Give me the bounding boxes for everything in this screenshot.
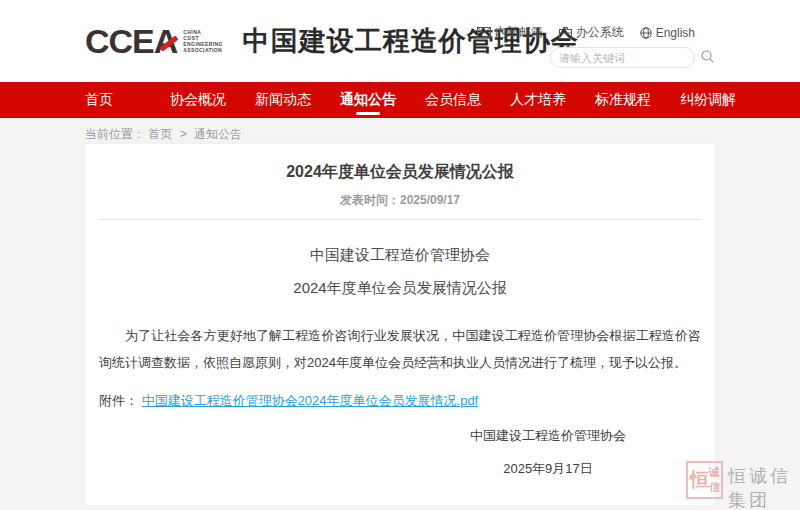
ccea-logo-text: CCEA (85, 21, 177, 61)
nav-item-members[interactable]: 会员信息 (425, 82, 510, 118)
article-card: 2024年度单位会员发展情况公报 发表时间：2025/09/17 中国建设工程造… (85, 144, 715, 505)
article-title: 2024年度单位会员发展情况公报 (85, 162, 715, 183)
search-input[interactable] (559, 52, 701, 64)
attachment-row: 附件： 中国建设工程造价管理协会2024年度单位会员发展情况.pdf (99, 392, 701, 410)
watermark-name: 恒诚信集团 (728, 464, 800, 510)
logo-subtitle: CHINA COST ENGINEERING ASSOCIATION (183, 29, 222, 53)
breadcrumb: 当前位置： 首页 > 通知公告 (0, 118, 800, 144)
briefcase-icon (559, 27, 572, 39)
article-body-org-line: 中国建设工程造价管理协会 (85, 246, 715, 265)
nav-item-training[interactable]: 人才培养 (510, 82, 595, 118)
hengchengxin-seal-logo: 恒 诚 信 (686, 461, 723, 499)
office-system-link[interactable]: 办公系统 (559, 24, 624, 41)
globe-icon (640, 27, 652, 39)
article-publish-date: 发表时间：2025/09/17 (85, 192, 715, 209)
nav-item-home[interactable]: 首页 (85, 82, 170, 118)
signature-org: 中国建设工程造价管理协会 (428, 427, 668, 445)
attachment-pdf-link[interactable]: 中国建设工程造价管理协会2024年度单位会员发展情况.pdf (142, 393, 479, 408)
nav-item-mediation[interactable]: 纠纷调解 (680, 82, 765, 118)
article-body-title-line: 2024年度单位会员发展情况公报 (85, 279, 715, 298)
search-box[interactable] (550, 47, 695, 68)
active-tab-underline (356, 112, 380, 115)
search-icon[interactable] (701, 49, 714, 67)
breadcrumb-label: 当前位置： (85, 127, 145, 141)
main-nav: 首页 协会概况 新闻动态 通知公告 会员信息 人才培养 标准规程 纠纷调解 (0, 82, 800, 118)
signature-block: 中国建设工程造价管理协会 2025年9月17日 (428, 427, 668, 478)
nav-item-news[interactable]: 新闻动态 (255, 82, 340, 118)
nav-item-standards[interactable]: 标准规程 (595, 82, 680, 118)
hengchengxin-watermark: 恒 诚 信 恒诚信集团 Hengchengxin Group (686, 461, 800, 510)
article-paragraph: 为了让社会各方更好地了解工程造价咨询行业发展状况，中国建设工程造价管理协会根据工… (99, 322, 701, 376)
english-link[interactable]: English (640, 24, 695, 41)
title-divider (98, 219, 702, 220)
signature-date: 2025年9月17日 (428, 460, 668, 478)
breadcrumb-current: 通知公告 (194, 127, 242, 141)
nav-item-about[interactable]: 协会概况 (170, 82, 255, 118)
breadcrumb-home-link[interactable]: 首页 (148, 127, 172, 141)
site-header: CCEA CHINA COST ENGINEERING ASSOCIATION … (0, 0, 800, 82)
mail-icon (477, 27, 491, 38)
nav-item-notices[interactable]: 通知公告 (340, 82, 425, 118)
header-utility-links: 内部邮箱 办公系统 English (477, 24, 695, 41)
internal-mail-link[interactable]: 内部邮箱 (477, 24, 543, 41)
attachment-label: 附件： (99, 393, 138, 408)
breadcrumb-separator: > (180, 127, 187, 141)
